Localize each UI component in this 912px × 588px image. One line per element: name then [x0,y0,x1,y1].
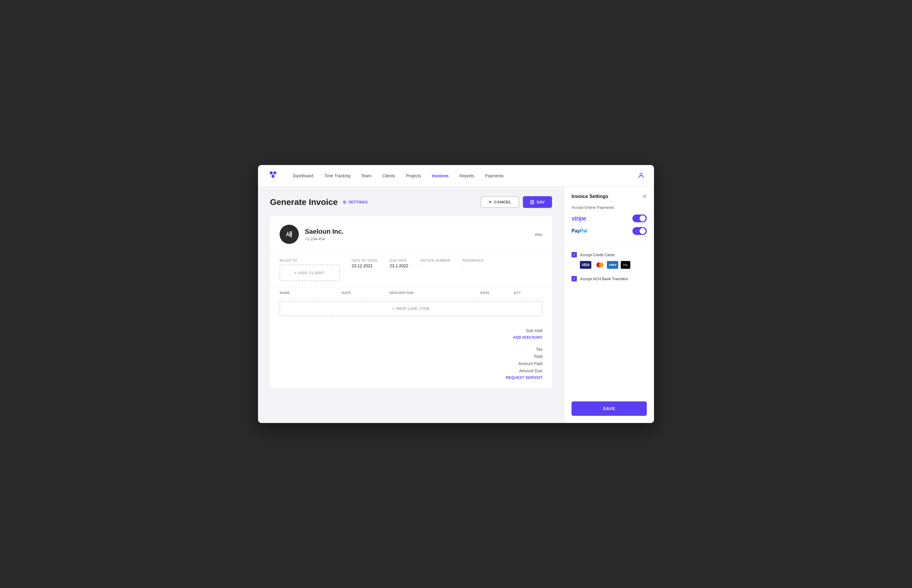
line-items-section: NAME DATE DESCRIPTION RATE QTY + NEW LIN… [270,288,552,323]
billed-to-section: Billed to + ADD CLIENT [279,258,340,281]
nav-invoices[interactable]: Invoices [432,172,449,179]
svg-point-5 [640,173,642,176]
panel-save-button[interactable]: SAVE [571,401,647,416]
nav-payments[interactable]: Payments [485,172,504,179]
amex-logo: AMEX [607,261,618,269]
sub-total-label: Sub total [512,328,542,333]
paypal-option: PayPal [571,227,647,235]
ach-section: ✓ Accept ACH Bank Transfers [571,276,647,281]
reference-value[interactable]: - [462,263,484,268]
client-name: Saeloun Inc. [305,228,529,236]
due-date-field: Due Date 23.1.2022 [390,258,408,268]
sub-total-row: Sub total [512,328,542,333]
cancel-button[interactable]: ✕ CANCEL [481,196,519,208]
amount-due-label: Amount Due [512,368,542,373]
nav-time-tracking[interactable]: Time Tracking [324,172,350,179]
page-title: Generate Invoice [270,197,338,207]
client-website: Wes [534,232,542,237]
amount-due-row: Amount Due [512,368,542,373]
new-line-item-button[interactable]: + NEW LINE ITEM [279,301,542,316]
credit-cards-checkbox[interactable]: ✓ [571,252,577,257]
settings-link[interactable]: SETTINGS [342,200,368,204]
mastercard-logo [594,261,604,269]
amount-paid-row: Amount Paid [512,361,542,366]
nav-team[interactable]: Team [361,172,371,179]
nav-projects[interactable]: Projects [406,172,421,179]
invoice-settings-panel: Invoice Settings ✕ Accept Online Payment… [564,187,654,423]
stripe-toggle[interactable] [633,215,647,222]
client-header: 새 Saeloun Inc. +1-234-454 Wes [270,216,552,253]
credit-cards-section: ✓ Accept Credit Cards VISA AMEX Pay [571,252,647,269]
invoice-number-field: Invoice Number - [420,258,450,268]
accept-payments-label: Accept Online Payments [571,205,647,210]
svg-point-6 [344,201,345,203]
reference-label: Reference [462,258,484,262]
panel-header: Invoice Settings ✕ [571,194,647,199]
col-name: NAME [279,291,337,295]
stripe-option: stripe [571,215,647,222]
paypal-toggle[interactable] [633,227,647,235]
tax-label: Tax [512,347,542,352]
content-area: Generate Invoice SETTINGS ✕ CANCEL [258,187,564,423]
amount-paid-label: Amount Paid [512,361,542,366]
save-label: SAV [537,200,545,204]
due-date-label: Due Date [390,258,408,262]
nav-dashboard[interactable]: Dashboard [293,172,313,179]
divider [571,244,647,245]
settings-label: SETTINGS [349,200,368,204]
page-title-area: Generate Invoice SETTINGS [270,197,368,207]
col-description: DESCRIPTION [389,291,476,295]
billed-to-label: Billed to [279,258,340,262]
accept-credit-label: Accept Credit Cards [580,253,615,257]
due-date-value[interactable]: 23.1.2022 [390,263,408,268]
main-area: Generate Invoice SETTINGS ✕ CANCEL [258,187,654,423]
card-logos: VISA AMEX Pay [580,261,647,269]
date-of-issue-label: Date of Issue [352,258,378,262]
credit-cards-header: ✓ Accept Credit Cards [571,252,647,257]
invoice-number-value[interactable]: - [420,263,450,268]
invoice-number-label: Invoice Number [420,258,450,262]
nav-reports[interactable]: Reports [460,172,474,179]
applepay-logo: Pay [621,261,630,269]
save-icon [530,200,534,204]
svg-rect-8 [531,200,533,202]
paypal-logo: PayPal [571,228,587,234]
date-fields: Date of Issue 23.12.2021 Due Date 23.1.2… [352,258,484,281]
reference-field: Reference - [462,258,484,268]
visa-logo: VISA [580,261,591,269]
gear-icon [342,200,347,204]
total-row: Total [512,354,542,359]
header-actions: ✕ CANCEL SAV [481,196,552,208]
app-logo [268,170,278,182]
add-client-button[interactable]: + ADD CLIENT [279,265,340,281]
request-deposit-button[interactable]: REQUEST DEPOSIT [506,376,542,380]
total-label: Total [512,354,542,359]
user-icon[interactable] [638,172,644,180]
invoice-details-row: Billed to + ADD CLIENT Date of Issue 23.… [270,253,552,288]
col-qty: QTY [513,291,542,295]
mc-circle-right [599,263,604,267]
client-info: Saeloun Inc. +1-234-454 [305,228,529,241]
ach-checkbox[interactable]: ✓ [571,276,577,281]
save-button[interactable]: SAV [523,196,552,208]
stripe-logo: stripe [571,215,586,222]
nav-clients[interactable]: Clients [382,172,395,179]
nav-links: Dashboard Time Tracking Team Clients Pro… [293,172,638,179]
accept-ach-label: Accept ACH Bank Transfers [580,276,628,281]
cancel-label: CANCEL [494,200,512,204]
tax-row: Tax [512,347,542,352]
panel-title: Invoice Settings [571,194,609,199]
close-icon[interactable]: ✕ [642,194,647,199]
client-phone: +1-234-454 [305,237,529,241]
add-discount-button[interactable]: ADD DISCOUNT [513,335,542,339]
invoice-card: 새 Saeloun Inc. +1-234-454 Wes Billed to … [270,216,552,388]
cancel-x-icon: ✕ [488,200,492,204]
col-date: DATE [342,291,384,295]
date-of-issue-value[interactable]: 23.12.2021 [352,263,378,268]
line-items-header: NAME DATE DESCRIPTION RATE QTY [279,288,542,299]
date-of-issue-field: Date of Issue 23.12.2021 [352,258,378,268]
svg-rect-9 [531,202,533,204]
page-header: Generate Invoice SETTINGS ✕ CANCEL [270,196,552,208]
client-avatar: 새 [279,225,299,244]
totals-section: Sub total ADD DISCOUNT Tax Total Amount … [270,323,552,388]
